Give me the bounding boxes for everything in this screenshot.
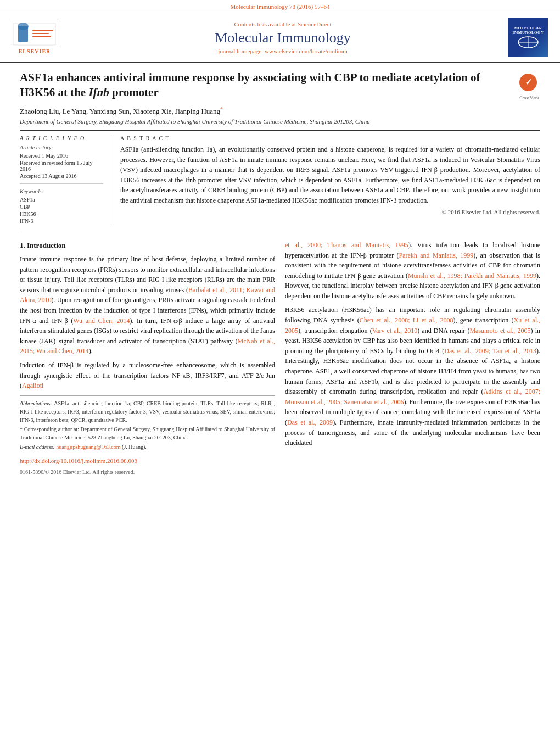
ref-das-2009[interactable]: Das et al., 2009 — [287, 419, 333, 426]
journal-logo-right: MOLECULAR IMMUNOLOGY — [506, 18, 550, 57]
section-1-heading: 1. Introduction — [20, 240, 275, 251]
article-title-area: ASF1a enhances antiviral immune response… — [20, 70, 513, 125]
article-info-column: A R T I C L E I N F O Article history: R… — [20, 135, 110, 225]
ref-munshi[interactable]: Munshi et al., 1998; Parekh and Maniatis… — [408, 272, 536, 280]
svg-rect-4 — [32, 33, 49, 34]
intro-para-2: Induction of IFN-β is regulated by a nuc… — [20, 360, 275, 391]
revised-date: Received in revised form 15 July 2016 — [20, 160, 103, 172]
journal-title: Molecular Immunology — [65, 30, 501, 46]
body-column-left: 1. Introduction Innate immune response i… — [20, 240, 275, 477]
intro-para-4: H3K56 acetylation (H3K56ac) has an impor… — [285, 305, 540, 448]
journal-logo-line1: MOLECULAR — [514, 26, 542, 30]
email-footnote: E-mail address: huangjipshuguang@163.com… — [20, 443, 275, 451]
doi-link[interactable]: http://dx.doi.org/10.1016/j.molimm.2016.… — [20, 456, 275, 466]
abstract-section: A B S T R A C T ASF1a (anti-silencing fu… — [120, 135, 540, 225]
journal-logo-box: MOLECULAR IMMUNOLOGY — [508, 18, 548, 57]
svg-rect-5 — [32, 36, 51, 37]
journal-header: ELSEVIER Contents lists available at Sci… — [0, 12, 560, 63]
journal-homepage-line: journal homepage: www.elsevier.com/locat… — [65, 48, 501, 54]
article-info-label: A R T I C L E I N F O — [20, 135, 103, 141]
sciencedirect-link-text[interactable]: ScienceDirect — [298, 21, 332, 27]
article-info-abstract-row: A R T I C L E I N F O Article history: R… — [20, 135, 540, 232]
main-content: ASF1a enhances antiviral immune response… — [0, 63, 560, 482]
journal-reference-bar: Molecular Immunology 78 (2016) 57–64 — [0, 0, 560, 12]
article-history-label: Article history: — [20, 144, 103, 150]
bottom-links: http://dx.doi.org/10.1016/j.molimm.2016.… — [20, 456, 275, 477]
received-date: Received 1 May 2016 — [20, 153, 103, 159]
authors-line: Zhaolong Liu, Le Yang, Yanxiang Sun, Xia… — [20, 106, 513, 116]
ref-chen-li[interactable]: Chen et al., 2008; Li et al., 2008 — [360, 316, 453, 324]
journal-center-header: Contents lists available at ScienceDirec… — [65, 21, 501, 54]
svg-text:✓: ✓ — [525, 77, 532, 87]
page: Molecular Immunology 78 (2016) 57–64 ELS… — [0, 0, 560, 742]
email-link[interactable]: huangjipshuguang@163.com — [56, 444, 120, 450]
elsevier-logo-image — [12, 21, 58, 47]
journal-reference: Molecular Immunology 78 (2016) 57–64 — [231, 3, 330, 10]
footnotes-area: Abbreviations: ASF1a, anti-silencing fun… — [20, 395, 275, 451]
article-title: ASF1a enhances antiviral immune response… — [20, 70, 513, 101]
ref-das-tan[interactable]: Das et al., 2009; Tan et al., 2013 — [444, 347, 536, 355]
ref-wu-chen[interactable]: Wu and Chen, 2014 — [73, 317, 130, 325]
ref-masumoto[interactable]: Masumoto et al., 2005 — [469, 327, 530, 334]
crossmark-logo[interactable]: ✓ CrossMark — [518, 72, 540, 101]
abstract-label: A B S T R A C T — [120, 135, 540, 141]
elsevier-logo: ELSEVIER — [10, 21, 59, 54]
article-title-section: ASF1a enhances antiviral immune response… — [20, 70, 540, 131]
keyword-4: IFN-β — [20, 218, 103, 224]
ref-varv[interactable]: Varv et al., 2010 — [372, 327, 417, 334]
abstract-text: ASF1a (anti-silencing function 1a), an e… — [120, 144, 540, 206]
abbreviations-footnote: Abbreviations: ASF1a, anti-silencing fun… — [20, 399, 275, 424]
svg-rect-3 — [32, 30, 53, 31]
issn-line: 0161-5890/© 2016 Elsevier Ltd. All right… — [20, 469, 135, 475]
journal-logo-line2: IMMUNOLOGY — [512, 30, 544, 35]
copyright-line: © 2016 Elsevier Ltd. All rights reserved… — [120, 209, 540, 215]
body-columns: 1. Introduction Innate immune response i… — [20, 240, 540, 477]
corresponding-author-footnote: * Corresponding author at: Department of… — [20, 425, 275, 442]
intro-para-3: et al., 2000; Thanos and Maniatis, 1995)… — [285, 240, 540, 302]
affiliation: Department of General Surgery, Shuguang … — [20, 118, 513, 125]
intro-para-1: Innate immune response is the primary li… — [20, 254, 275, 356]
svg-point-2 — [18, 23, 29, 30]
elsevier-brand-text: ELSEVIER — [19, 48, 51, 54]
ref-parekh[interactable]: Parekh and Maniatis, 1999 — [399, 252, 474, 259]
keyword-1: ASF1a — [20, 197, 103, 203]
body-column-right: et al., 2000; Thanos and Maniatis, 1995)… — [285, 240, 540, 477]
keyword-3: H3K56 — [20, 211, 103, 217]
accepted-date: Accepted 13 August 2016 — [20, 173, 103, 179]
keywords-label: Keywords: — [20, 188, 103, 194]
homepage-url[interactable]: www.elsevier.com/locate/molimm — [265, 48, 348, 54]
keyword-2: CBP — [20, 204, 103, 210]
ref-agalioti[interactable]: Agalioti — [22, 382, 43, 389]
sciencedirect-label: Contents lists available at ScienceDirec… — [65, 21, 501, 27]
info-divider — [20, 183, 103, 184]
ref-agalioti-cont[interactable]: et al., 2000; Thanos and Maniatis, 1995 — [285, 241, 408, 249]
